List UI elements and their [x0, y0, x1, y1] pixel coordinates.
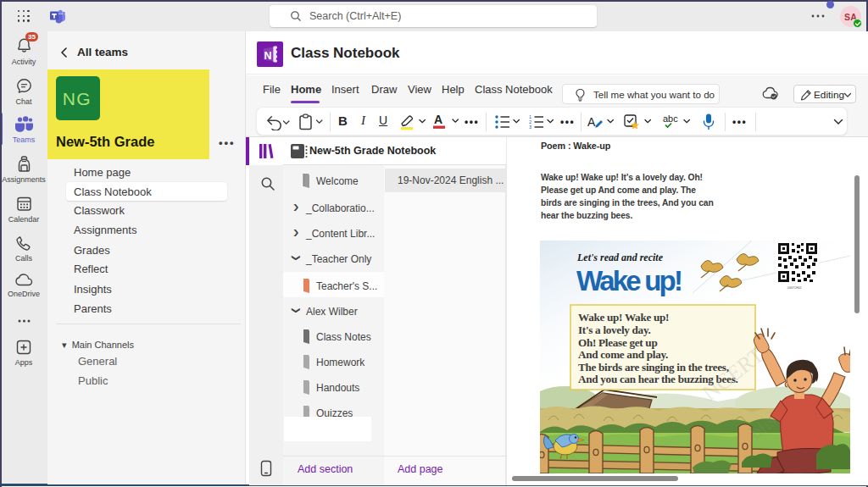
svg-text:0407CH01: 0407CH01 — [787, 286, 802, 290]
svg-text:And come and play.: And come and play. — [578, 348, 668, 361]
svg-text:abc: abc — [663, 113, 678, 124]
svg-text:N: N — [264, 50, 271, 62]
svg-text:3: 3 — [529, 125, 531, 130]
svg-text:The birds are singing in the t: The birds are singing in the trees, — [578, 361, 729, 374]
svg-text:A: A — [434, 113, 442, 126]
svg-text:Wake up! Wake up!: Wake up! Wake up! — [578, 311, 669, 324]
svg-text:Wake up!: Wake up! — [576, 265, 683, 296]
svg-text:It's a lovely day.: It's a lovely day. — [578, 324, 650, 336]
svg-text:Oh! Please get up: Oh! Please get up — [578, 336, 657, 349]
svg-text:A: A — [587, 115, 596, 129]
svg-text:Let's read and recite: Let's read and recite — [576, 252, 664, 263]
